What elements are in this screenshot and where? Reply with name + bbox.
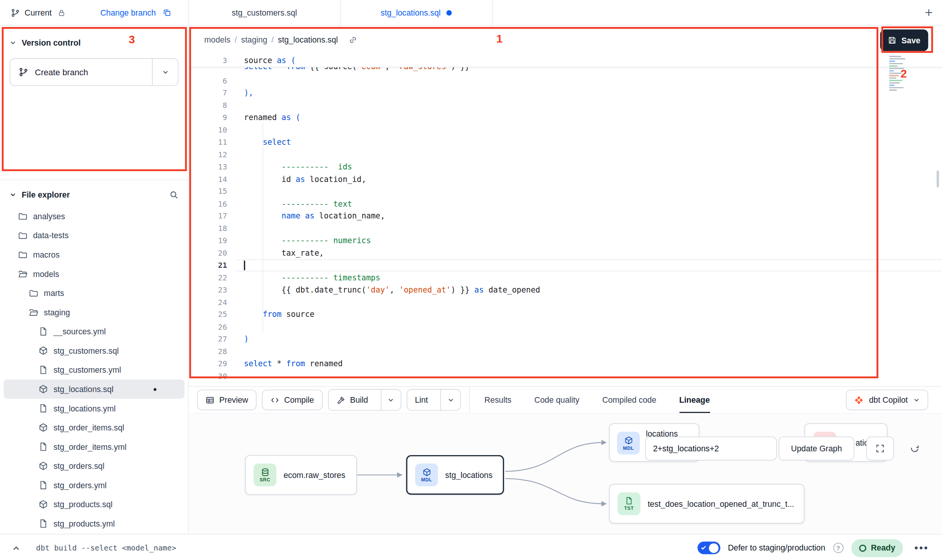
version-control-header[interactable]: Version control — [0, 32, 188, 54]
code-line-25[interactable]: 25 from source — [189, 308, 942, 321]
build-dropdown[interactable] — [381, 390, 400, 410]
copy-link-icon[interactable] — [349, 35, 358, 44]
search-icon[interactable] — [170, 190, 179, 199]
code-line-19[interactable]: 19 ---------- numerics — [189, 234, 942, 247]
file-explorer-header[interactable]: File explorer — [0, 182, 188, 206]
create-branch-button[interactable]: Create branch — [10, 58, 178, 86]
lint-main[interactable]: Lint — [407, 390, 436, 410]
code-line-15[interactable]: 15 — [189, 185, 942, 198]
status-ready-badge[interactable]: Ready — [851, 539, 903, 557]
tree-item-staging[interactable]: staging — [0, 303, 188, 322]
code-line-18[interactable]: 18 — [189, 222, 942, 234]
tree-item-macros[interactable]: macros — [0, 245, 188, 264]
lineage-node-source[interactable]: SRC ecom.raw_stores — [245, 455, 357, 495]
tab-stg-locations-sql[interactable]: stg_locations.sql — [341, 0, 493, 25]
tree-item-stg-products-yml[interactable]: stg_products.yml — [0, 514, 188, 533]
expand-panel-icon[interactable] — [10, 541, 23, 555]
dbt-copilot-button[interactable]: dbt Copilot — [846, 390, 928, 410]
tree-item-stg-customers-sql[interactable]: stg_customers.sql — [0, 341, 188, 361]
tab-results[interactable]: Results — [484, 387, 511, 413]
code-line-13[interactable]: 13 ---------- ids — [189, 161, 942, 173]
tree-item-stg-customers-yml[interactable]: stg_customers.yml — [0, 360, 188, 380]
text-cursor — [244, 260, 245, 270]
code-line-21[interactable]: 21 — [189, 259, 942, 271]
lineage-canvas[interactable]: SRC ecom.raw_stores MDL stg_locations — [189, 413, 942, 534]
defer-toggle[interactable] — [697, 542, 720, 554]
code-editor[interactable]: 3source as ( select * from {{ source('ec… — [189, 54, 942, 386]
code-line-3[interactable]: 3source as ( — [189, 54, 942, 67]
lineage-node-stg-locations[interactable]: MDL stg_locations — [406, 455, 504, 495]
tree-item-stg-locations-sql[interactable]: stg_locations.sql• — [3, 380, 184, 399]
node-label: stg_locations — [445, 470, 493, 479]
code-line-17[interactable]: 17 name as location_name, — [189, 210, 942, 222]
code-line-27[interactable]: 27) — [189, 333, 942, 345]
tree-item-stg-orders-sql[interactable]: stg_orders.sql — [0, 456, 188, 476]
tree-item-data-tests[interactable]: data-tests — [0, 226, 188, 245]
new-tab-button[interactable] — [924, 8, 934, 17]
tab-compiled-code[interactable]: Compiled code — [602, 387, 656, 413]
code-line-blank[interactable]: select * from {{ source('ecom', 'raw_sto… — [189, 67, 942, 72]
tree-item-stg-locations-yml[interactable]: stg_locations.yml — [0, 399, 188, 418]
line-number: 24 — [189, 297, 235, 307]
code-line-11[interactable]: 11 select — [189, 136, 942, 148]
code-line-20[interactable]: 20 tax_rate, — [189, 247, 942, 259]
copy-branch-icon[interactable] — [163, 8, 171, 17]
code-line-23[interactable]: 23 {{ dbt.date_trunc('day', 'opened_at')… — [189, 284, 942, 296]
build-main[interactable]: Build — [328, 390, 376, 410]
lineage-node-test[interactable]: TST test_does_location_opened_at_trunc_t… — [609, 484, 805, 524]
editor-scrollbar[interactable] — [937, 171, 939, 187]
code-text: from source — [236, 308, 942, 321]
code-line-24[interactable]: 24 — [189, 296, 942, 308]
tree-item--sources-yml[interactable]: __sources.yml — [0, 322, 188, 341]
code-line-30[interactable]: 30 — [189, 370, 942, 382]
compile-button[interactable]: Compile — [262, 390, 322, 410]
tab-stg-customers-sql[interactable]: stg_customers.sql — [188, 0, 341, 25]
code-line-16[interactable]: 16 ---------- text — [189, 198, 942, 210]
code-line-6[interactable]: 6 — [189, 74, 942, 87]
lock-icon — [58, 9, 66, 17]
code-line-12[interactable]: 12 — [189, 148, 942, 160]
code-line-28[interactable]: 28 — [189, 345, 942, 358]
branch-indicator[interactable]: Current — [0, 8, 65, 17]
tree-item-analyses[interactable]: analyses — [0, 207, 188, 226]
code-line-22[interactable]: 22 ---------- timestamps — [189, 271, 942, 283]
lint-button[interactable]: Lint — [406, 389, 461, 411]
tree-item-stg-order-items-yml[interactable]: stg_order_items.yml — [0, 437, 188, 457]
code-line-26[interactable]: 26 — [189, 321, 942, 333]
change-branch-link[interactable]: Change branch — [100, 8, 156, 17]
more-options-button[interactable]: ••• — [911, 542, 932, 554]
update-graph-button[interactable]: Update Graph — [779, 437, 854, 460]
code-token: ) }} — [451, 285, 474, 294]
tree-item-marts[interactable]: marts — [0, 283, 188, 303]
preview-label: Preview — [219, 395, 248, 405]
code-line-9[interactable]: 9renamed as ( — [189, 111, 942, 123]
editor-minimap[interactable] — [889, 56, 911, 91]
breadcrumb-staging[interactable]: staging — [241, 35, 267, 44]
tree-item-stg-products-sql[interactable]: stg_products.sql — [0, 495, 188, 514]
code-line-10[interactable]: 10 — [189, 124, 942, 136]
help-icon[interactable]: ? — [833, 543, 843, 553]
code-line-29[interactable]: 29select * from renamed — [189, 358, 942, 370]
line-number: 8 — [189, 101, 235, 110]
create-branch-dropdown[interactable] — [152, 59, 178, 85]
tree-item-stg-order-items-sql[interactable]: stg_order_items.sql — [0, 418, 188, 437]
tab-lineage[interactable]: Lineage — [679, 387, 710, 413]
code-line-7[interactable]: 7), — [189, 87, 942, 99]
save-button[interactable]: Save — [880, 29, 928, 51]
code-line-14[interactable]: 14 id as location_id, — [189, 173, 942, 185]
breadcrumb-models[interactable]: models — [204, 35, 230, 44]
build-button[interactable]: Build — [328, 389, 401, 411]
line-number: 26 — [189, 322, 235, 331]
code-line-8[interactable]: 8 — [189, 99, 942, 111]
refresh-graph-button[interactable] — [901, 437, 928, 460]
preview-button[interactable]: Preview — [197, 390, 256, 410]
fullscreen-button[interactable] — [866, 437, 894, 460]
lineage-selector-input[interactable]: 2+stg_locations+2 — [645, 437, 777, 460]
tab-code-quality[interactable]: Code quality — [534, 387, 580, 413]
lint-dropdown[interactable] — [441, 390, 460, 410]
model-icon — [38, 500, 48, 509]
code-token: as — [296, 175, 305, 184]
tree-item-stg-orders-yml[interactable]: stg_orders.yml — [0, 476, 188, 495]
tree-item-models[interactable]: models — [0, 264, 188, 283]
create-branch-main[interactable]: Create branch — [10, 59, 152, 85]
